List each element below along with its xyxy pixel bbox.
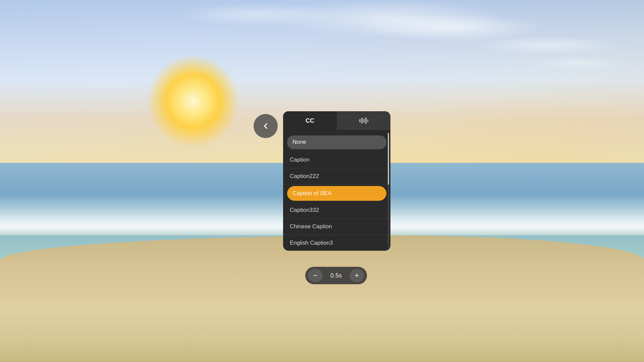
ui-overlay: CC None xyxy=(0,0,644,362)
tab-audio[interactable] xyxy=(337,111,390,130)
tab-cc[interactable]: CC xyxy=(283,111,337,130)
caption-item-chinese-caption[interactable]: Chinese Caption xyxy=(283,219,390,235)
svg-rect-3 xyxy=(365,117,367,124)
stepper: − 0.5s + xyxy=(305,267,367,284)
svg-rect-0 xyxy=(359,119,361,122)
caption-item-caption332[interactable]: Caption332 xyxy=(283,202,390,219)
audio-bars-icon xyxy=(359,117,368,124)
scroll-track xyxy=(388,133,389,248)
back-button[interactable] xyxy=(254,114,278,138)
caption-item-none[interactable]: None xyxy=(287,135,386,149)
svg-rect-2 xyxy=(363,119,365,123)
svg-rect-4 xyxy=(367,119,368,122)
stepper-value: 0.5s xyxy=(323,272,350,279)
panel-area: CC None xyxy=(254,111,390,251)
scroll-thumb xyxy=(388,133,389,185)
tab-bar: CC xyxy=(283,111,390,130)
stepper-plus-button[interactable]: + xyxy=(350,269,364,282)
caption-item-caption222[interactable]: Caption222 xyxy=(283,168,390,185)
caption-item-caption[interactable]: Caption xyxy=(283,152,390,168)
caption-list: None Caption Caption222 Caption of SEA C… xyxy=(283,130,390,251)
stepper-minus-button[interactable]: − xyxy=(308,269,323,282)
svg-rect-1 xyxy=(361,118,363,124)
caption-item-english-caption3[interactable]: English Caption3 xyxy=(283,235,390,251)
caption-item-caption-of-sea[interactable]: Caption of SEA xyxy=(287,186,386,201)
main-panel: CC None xyxy=(283,111,390,251)
stepper-bar: − 0.5s + xyxy=(305,267,367,284)
